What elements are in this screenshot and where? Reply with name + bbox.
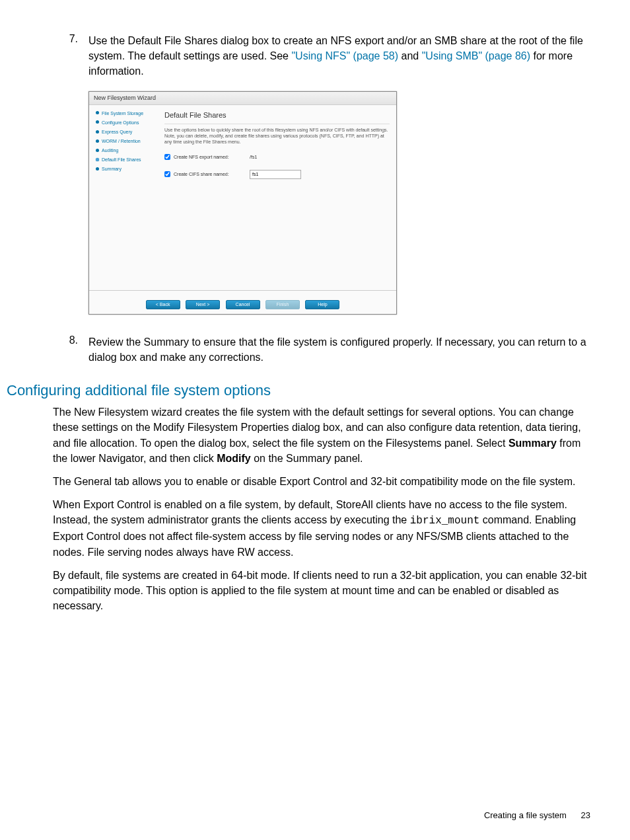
finish-button: Finish <box>265 300 300 309</box>
link-using-nfs[interactable]: "Using NFS" (page 58) <box>291 50 398 61</box>
step-body-8: Review the Summary to ensure that the fi… <box>88 334 590 365</box>
step-number-8: 8. <box>53 334 88 365</box>
p1-bold-modify: Modify <box>217 453 251 464</box>
wizard-nav: File System Storage Configure Options Ex… <box>89 105 158 290</box>
next-button[interactable]: Next > <box>186 300 220 309</box>
bullet-icon <box>96 130 99 134</box>
nav-configure-options[interactable]: Configure Options <box>96 120 155 126</box>
nav-label: Express Query <box>102 130 132 134</box>
p1e: on the Summary panel. <box>251 453 363 464</box>
back-button[interactable]: < Back <box>146 300 180 309</box>
link-using-smb[interactable]: "Using SMB" (page 86) <box>422 50 530 61</box>
footer-label: Creating a file system <box>484 810 567 820</box>
nav-worm-retention[interactable]: WORM / Retention <box>96 138 155 145</box>
page-footer: Creating a file system 23 <box>484 810 590 820</box>
nfs-export-label: Create NFS export named: <box>174 154 250 161</box>
nav-label: Default File Shares <box>102 157 141 162</box>
cancel-button[interactable]: Cancel <box>226 300 260 309</box>
footer-page-number: 23 <box>581 810 590 820</box>
bullet-icon <box>96 139 99 143</box>
cifs-share-label: Create CIFS share named: <box>174 171 250 178</box>
bullet-icon <box>96 111 99 114</box>
wizard-description: Use the options below to quickly share t… <box>164 127 390 145</box>
p1a: The New Filesystem wizard creates the fi… <box>53 406 581 448</box>
p1-bold-summary: Summary <box>508 438 557 449</box>
bullet-icon <box>96 167 99 171</box>
nav-summary[interactable]: Summary <box>96 166 155 172</box>
nav-express-query[interactable]: Express Query <box>96 129 155 135</box>
nav-label: File System Storage <box>102 111 143 116</box>
nfs-export-row: Create NFS export named: /fs1 <box>164 154 390 161</box>
step-number-7: 7. <box>53 33 88 326</box>
cifs-share-input[interactable] <box>250 170 301 179</box>
nav-label: Configure Options <box>102 120 139 125</box>
paragraph-2: The General tab allows you to enable or … <box>53 474 590 489</box>
cifs-share-row: Create CIFS share named: <box>164 170 390 179</box>
step7-text-b: and <box>398 50 422 61</box>
nav-default-file-shares[interactable]: Default File Shares <box>96 157 155 163</box>
paragraph-3: When Export Control is enabled on a file… <box>53 497 590 560</box>
nav-file-system-storage[interactable]: File System Storage <box>96 110 155 117</box>
bullet-icon <box>96 158 99 161</box>
cifs-share-checkbox[interactable] <box>164 171 170 177</box>
dialog-footer: < Back Next > Cancel Finish Help <box>89 290 396 314</box>
code-ibrix-mount: ibrix_mount <box>410 515 480 527</box>
step-body-7: Use the Default File Shares dialog box t… <box>88 33 590 326</box>
nav-label: Auditing <box>102 148 118 153</box>
help-button[interactable]: Help <box>305 300 339 309</box>
nav-label: Summary <box>102 167 122 171</box>
bullet-icon <box>96 149 99 152</box>
paragraph-1: The New Filesystem wizard creates the fi… <box>53 404 590 466</box>
wizard-main: Default File Shares Use the options belo… <box>158 105 396 290</box>
section-heading: Configuring additional file system optio… <box>7 382 590 399</box>
wizard-heading: Default File Shares <box>164 110 390 124</box>
new-filesystem-wizard-dialog: New Filesystem Wizard File System Storag… <box>88 91 397 315</box>
paragraph-4: By default, file systems are created in … <box>53 568 590 614</box>
nav-auditing[interactable]: Auditing <box>96 147 155 154</box>
nav-label: WORM / Retention <box>102 139 141 143</box>
dialog-title: New Filesystem Wizard <box>89 92 396 105</box>
bullet-icon <box>96 120 99 124</box>
nfs-export-value: /fs1 <box>250 154 257 161</box>
nfs-export-checkbox[interactable] <box>164 154 170 160</box>
